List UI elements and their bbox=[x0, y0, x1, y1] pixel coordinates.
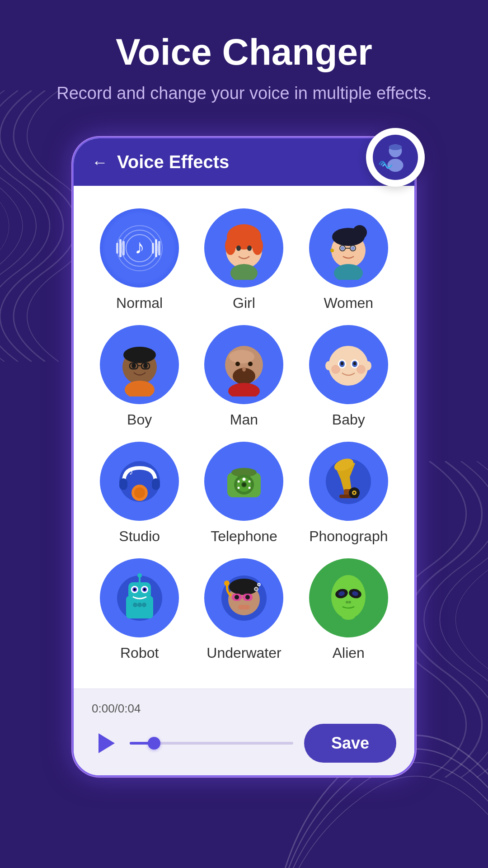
svg-point-44 bbox=[228, 383, 260, 396]
svg-point-103 bbox=[224, 580, 230, 586]
effect-normal[interactable]: ♪ Normal bbox=[92, 208, 187, 311]
svg-point-51 bbox=[353, 362, 356, 365]
svg-point-113 bbox=[346, 601, 348, 604]
time-display: 0:00/0:04 bbox=[92, 702, 396, 716]
app-subtitle: Record and change your voice in multiple… bbox=[27, 81, 461, 105]
svg-rect-57 bbox=[119, 478, 127, 490]
svg-point-22 bbox=[352, 225, 367, 240]
effect-circle-man bbox=[204, 325, 283, 404]
svg-point-17 bbox=[236, 245, 241, 251]
svg-point-72 bbox=[237, 486, 239, 489]
effect-women[interactable]: Women bbox=[301, 208, 396, 311]
audio-player: 0:00/0:04 Save bbox=[74, 689, 414, 775]
svg-point-32 bbox=[131, 363, 136, 368]
effect-alien[interactable]: Alien bbox=[301, 558, 396, 661]
svg-point-29 bbox=[334, 264, 363, 280]
svg-point-60 bbox=[134, 487, 145, 498]
effect-circle-women bbox=[309, 208, 388, 288]
back-button[interactable]: ← bbox=[92, 153, 108, 172]
effect-label-robot: Robot bbox=[120, 645, 159, 661]
effect-label-women: Women bbox=[324, 295, 373, 311]
effect-label-underwater: Underwater bbox=[206, 645, 281, 661]
svg-rect-8 bbox=[122, 241, 125, 255]
svg-point-105 bbox=[254, 587, 258, 591]
svg-point-27 bbox=[351, 246, 355, 250]
svg-rect-104 bbox=[238, 605, 250, 609]
svg-point-43 bbox=[242, 367, 246, 372]
effect-label-studio: Studio bbox=[119, 528, 160, 545]
save-button[interactable]: Save bbox=[304, 724, 396, 763]
svg-point-1 bbox=[387, 159, 403, 172]
svg-point-52 bbox=[331, 365, 340, 374]
svg-point-73 bbox=[248, 486, 250, 489]
svg-point-41 bbox=[235, 362, 240, 366]
svg-rect-7 bbox=[119, 239, 122, 257]
app-title: Voice Changer bbox=[27, 32, 461, 72]
svg-rect-6 bbox=[116, 243, 118, 254]
avatar-badge bbox=[366, 128, 425, 187]
svg-point-93 bbox=[137, 603, 142, 607]
svg-point-31 bbox=[123, 347, 156, 363]
effect-label-alien: Alien bbox=[333, 645, 365, 661]
effect-label-telephone: Telephone bbox=[211, 528, 277, 545]
effect-circle-phonograph bbox=[309, 442, 388, 521]
effect-circle-underwater bbox=[204, 558, 283, 637]
svg-point-101 bbox=[235, 595, 239, 599]
effect-label-phonograph: Phonograph bbox=[309, 528, 388, 545]
svg-point-39 bbox=[229, 350, 254, 363]
effect-man[interactable]: Man bbox=[196, 325, 291, 428]
svg-point-114 bbox=[348, 601, 351, 604]
svg-point-53 bbox=[357, 365, 366, 374]
effects-grid: ♪ Normal bbox=[92, 199, 396, 670]
effect-circle-alien bbox=[309, 558, 388, 637]
effect-girl[interactable]: Girl bbox=[196, 208, 291, 311]
svg-point-85 bbox=[137, 573, 142, 578]
svg-point-67 bbox=[242, 477, 245, 481]
page-title: Voice Effects bbox=[117, 152, 229, 172]
effect-boy[interactable]: Boy bbox=[92, 325, 187, 428]
svg-point-106 bbox=[258, 583, 260, 586]
svg-text:♪: ♪ bbox=[129, 467, 133, 476]
svg-point-55 bbox=[365, 361, 371, 370]
player-controls: Save bbox=[92, 724, 396, 763]
svg-point-42 bbox=[248, 362, 253, 366]
svg-point-88 bbox=[133, 588, 136, 590]
svg-point-80 bbox=[353, 492, 355, 494]
effect-label-man: Man bbox=[230, 411, 258, 428]
effect-baby[interactable]: Baby bbox=[301, 325, 396, 428]
svg-rect-9 bbox=[152, 243, 154, 254]
svg-point-115 bbox=[342, 613, 355, 620]
svg-point-25 bbox=[341, 246, 344, 250]
effect-underwater[interactable]: Underwater bbox=[196, 558, 291, 661]
svg-point-94 bbox=[142, 603, 146, 607]
svg-point-37 bbox=[125, 381, 155, 396]
svg-point-2 bbox=[389, 145, 402, 151]
svg-point-48 bbox=[341, 362, 343, 365]
effect-circle-boy bbox=[100, 325, 179, 404]
progress-bar[interactable] bbox=[130, 742, 293, 745]
phone-header: ← Voice Effects bbox=[74, 138, 414, 186]
svg-rect-11 bbox=[158, 241, 160, 255]
effect-circle-robot bbox=[100, 558, 179, 637]
svg-point-69 bbox=[242, 483, 246, 486]
svg-point-16 bbox=[252, 237, 263, 255]
effect-telephone[interactable]: Telephone bbox=[196, 442, 291, 545]
svg-rect-58 bbox=[152, 478, 160, 490]
play-icon bbox=[99, 733, 115, 753]
effect-phonograph[interactable]: Phonograph bbox=[301, 442, 396, 545]
svg-text:♪: ♪ bbox=[135, 236, 145, 258]
effect-circle-girl bbox=[204, 208, 283, 288]
effect-label-boy: Boy bbox=[127, 411, 152, 428]
play-button[interactable] bbox=[92, 730, 119, 757]
svg-point-70 bbox=[237, 480, 239, 482]
effect-robot[interactable]: Robot bbox=[92, 558, 187, 661]
progress-thumb[interactable] bbox=[148, 737, 160, 750]
effect-circle-telephone bbox=[204, 442, 283, 521]
effect-label-normal: Normal bbox=[116, 295, 163, 311]
svg-point-97 bbox=[229, 579, 259, 595]
effect-studio[interactable]: ♪ Studio bbox=[92, 442, 187, 545]
svg-point-71 bbox=[248, 480, 250, 482]
svg-point-54 bbox=[325, 361, 332, 370]
effect-label-girl: Girl bbox=[233, 295, 255, 311]
effect-circle-normal: ♪ bbox=[100, 208, 179, 288]
